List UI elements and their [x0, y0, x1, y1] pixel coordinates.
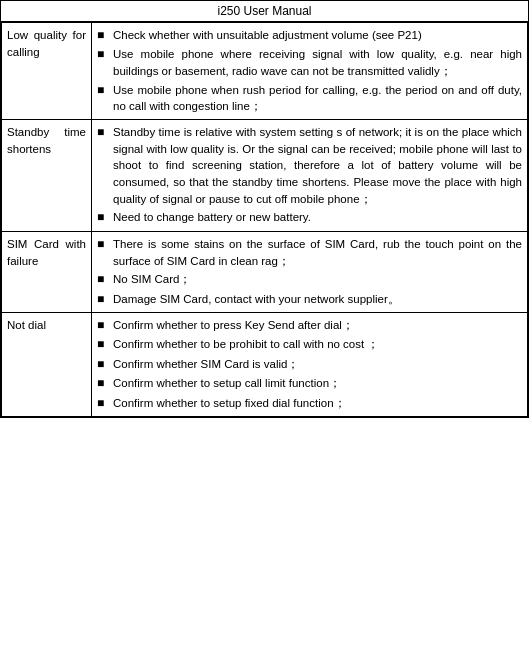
bullet-text: Need to change battery or new battery.	[113, 209, 522, 226]
bullet-icon: ■	[97, 356, 113, 373]
bullet-icon: ■	[97, 375, 113, 392]
bullet-text: Use mobile phone when rush period for ca…	[113, 82, 522, 115]
bullet-text: There is some stains on the surface of S…	[113, 236, 522, 269]
table-row: SIM Card with failure■There is some stai…	[2, 231, 528, 312]
bullet-icon: ■	[97, 236, 113, 253]
bullet-text: Standby time is relative with system set…	[113, 124, 522, 207]
page-wrapper: i250 User Manual Low quality for calling…	[0, 0, 529, 418]
bullet-text: Damage SIM Card, contact with your netwo…	[113, 291, 522, 308]
bullet-text: Confirm whether SIM Card is valid；	[113, 356, 522, 373]
row-label-1: Standby time shortens	[2, 120, 92, 232]
bullet-icon: ■	[97, 82, 113, 99]
list-item: ■Use mobile phone when rush period for c…	[97, 82, 522, 115]
list-item: ■Standby time is relative with system se…	[97, 124, 522, 207]
list-item: ■Damage SIM Card, contact with your netw…	[97, 291, 522, 308]
bullet-list: ■Standby time is relative with system se…	[97, 124, 522, 227]
list-item: ■Confirm whether to be prohibit to call …	[97, 336, 522, 353]
bullet-icon: ■	[97, 291, 113, 308]
row-content-0: ■Check whether with unsuitable adjustmen…	[92, 23, 528, 120]
table-row: Standby time shortens■Standby time is re…	[2, 120, 528, 232]
bullet-icon: ■	[97, 271, 113, 288]
main-table: Low quality for calling■Check whether wi…	[1, 22, 528, 417]
page-title: i250 User Manual	[1, 1, 528, 22]
row-content-1: ■Standby time is relative with system se…	[92, 120, 528, 232]
bullet-icon: ■	[97, 336, 113, 353]
table-row: Not dial■Confirm whether to press Key Se…	[2, 312, 528, 416]
bullet-list: ■Check whether with unsuitable adjustmen…	[97, 27, 522, 115]
bullet-text: Check whether with unsuitable adjustment…	[113, 27, 522, 44]
list-item: ■Need to change battery or new battery.	[97, 209, 522, 226]
bullet-icon: ■	[97, 317, 113, 334]
list-item: ■Check whether with unsuitable adjustmen…	[97, 27, 522, 44]
bullet-list: ■There is some stains on the surface of …	[97, 236, 522, 308]
list-item: ■Use mobile phone where receiving signal…	[97, 46, 522, 79]
bullet-icon: ■	[97, 395, 113, 412]
bullet-icon: ■	[97, 27, 113, 44]
table-row: Low quality for calling■Check whether wi…	[2, 23, 528, 120]
bullet-icon: ■	[97, 46, 113, 63]
bullet-icon: ■	[97, 209, 113, 226]
list-item: ■There is some stains on the surface of …	[97, 236, 522, 269]
row-content-2: ■There is some stains on the surface of …	[92, 231, 528, 312]
list-item: ■Confirm whether to setup fixed dial fun…	[97, 395, 522, 412]
row-content-3: ■Confirm whether to press Key Send after…	[92, 312, 528, 416]
bullet-list: ■Confirm whether to press Key Send after…	[97, 317, 522, 412]
bullet-text: Confirm whether to setup fixed dial func…	[113, 395, 522, 412]
bullet-text: Confirm whether to be prohibit to call w…	[113, 336, 522, 353]
bullet-text: Confirm whether to press Key Send after …	[113, 317, 522, 334]
row-label-3: Not dial	[2, 312, 92, 416]
list-item: ■Confirm whether SIM Card is valid；	[97, 356, 522, 373]
bullet-text: Confirm whether to setup call limit func…	[113, 375, 522, 392]
list-item: ■Confirm whether to setup call limit fun…	[97, 375, 522, 392]
list-item: ■Confirm whether to press Key Send after…	[97, 317, 522, 334]
bullet-text: Use mobile phone where receiving signal …	[113, 46, 522, 79]
bullet-icon: ■	[97, 124, 113, 141]
list-item: ■No SIM Card；	[97, 271, 522, 288]
bullet-text: No SIM Card；	[113, 271, 522, 288]
row-label-0: Low quality for calling	[2, 23, 92, 120]
row-label-2: SIM Card with failure	[2, 231, 92, 312]
